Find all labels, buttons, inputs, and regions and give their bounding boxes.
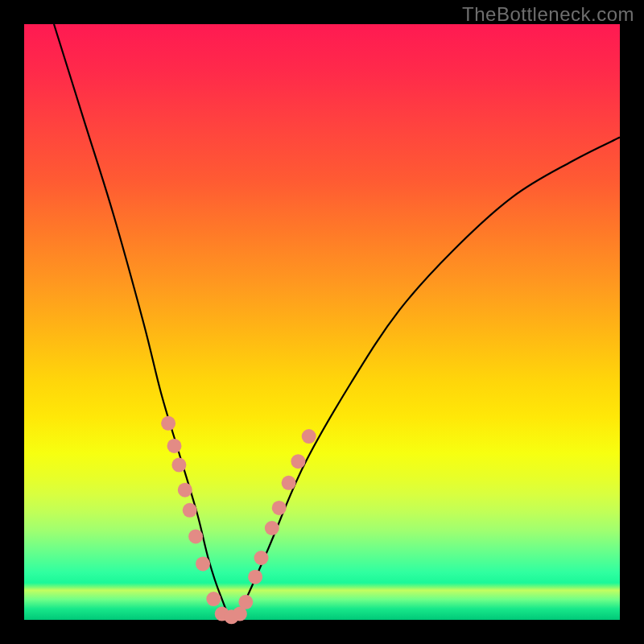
highlight-dot — [161, 416, 175, 431]
watermark-text: TheBottleneck.com — [462, 3, 634, 26]
highlight-dot — [167, 439, 182, 453]
highlight-dot — [206, 592, 221, 606]
highlight-dot — [282, 476, 296, 490]
highlight-dot — [188, 529, 203, 543]
highlight-dot — [254, 551, 269, 565]
bottleneck-curve — [54, 24, 620, 620]
chart-frame: TheBottleneck.com — [0, 0, 644, 644]
highlight-dot — [171, 458, 186, 473]
highlight-dot — [302, 429, 316, 444]
highlight-dot — [183, 503, 197, 518]
highlight-dot — [265, 521, 279, 535]
highlight-dot — [196, 556, 210, 571]
chart-overlay — [24, 24, 620, 620]
highlight-dots-group — [161, 416, 316, 625]
highlight-dot — [291, 454, 305, 469]
highlight-dot — [248, 570, 262, 584]
highlight-dot — [272, 501, 287, 515]
highlight-dot — [238, 595, 253, 609]
highlight-dot — [178, 483, 192, 497]
